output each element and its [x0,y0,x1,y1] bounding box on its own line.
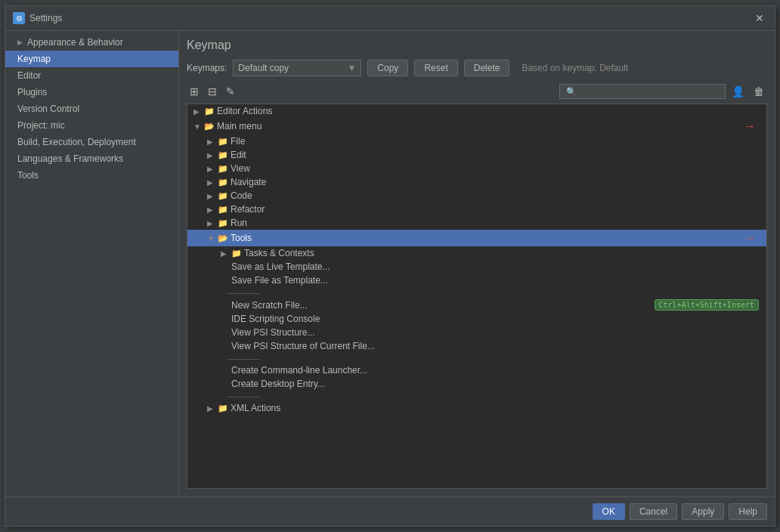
tree-item-run[interactable]: ▶ 📁 Run [187,216,766,230]
chevron-right-icon: ▶ [207,151,218,159]
annotation-arrow: → [744,119,756,133]
chevron-down-icon: ▼ [207,234,218,243]
sidebar-item-version-control[interactable]: Version Control [5,101,178,117]
title-bar-left: ⚙ Settings [13,12,62,24]
settings-icon: ⚙ [13,12,25,24]
bottom-bar: OK Cancel Apply Help [5,496,775,526]
close-button[interactable]: ✕ [752,11,767,26]
dialog-title: Settings [29,13,62,23]
toolbar: ⊞ ⊟ ✎ 🔍 👤 🗑 [187,84,767,99]
separator-2: ------------ [187,353,766,363]
keymap-header: Keymap [187,39,767,52]
chevron-right-icon: ▶ [207,138,218,146]
chevron-right-icon: ▶ [207,165,218,173]
folder-icon: 📂 [204,122,215,131]
chevron-right-icon: ▶ [207,404,218,413]
sidebar-item-project[interactable]: Project: mic [5,117,178,134]
tree-item-cmdline[interactable]: Create Command-line Launcher... [187,363,766,377]
user-icon-button[interactable]: 👤 [729,84,748,99]
search-input[interactable] [580,86,719,97]
collapse-all-button[interactable]: ⊟ [205,84,220,99]
expand-all-button[interactable]: ⊞ [187,84,202,99]
sidebar-item-editor[interactable]: Editor [5,67,178,84]
folder-open-icon: 📂 [218,234,228,243]
chevron-down-icon: ▼ [193,122,204,131]
folder-icon: 📁 [218,205,228,215]
delete-icon-button[interactable]: 🗑 [751,84,767,99]
keymap-row: Keymaps: Default copy ▼ Copy Reset Delet… [187,60,767,76]
search-icon: 🔍 [566,87,577,97]
tree-item-new-scratch[interactable]: New Scratch File... Ctrl+Alt+Shift+Inser… [187,298,766,312]
folder-icon: 📁 [218,218,228,228]
folder-icon: 📁 [204,107,215,116]
tree-item-edit[interactable]: ▶ 📁 Edit [187,148,766,162]
edit-button[interactable]: ✎ [223,84,238,99]
chevron-right-icon: ▶ [207,219,218,227]
sidebar: ▶ Appearance & Behavior Keymap Editor Pl… [5,31,179,496]
tree-item-tools[interactable]: ▼ 📂 Tools → [187,230,766,246]
folder-icon: 📁 [218,404,228,413]
search-box[interactable]: 🔍 [559,84,726,99]
keymap-dropdown-arrow: ▼ [347,63,356,73]
sidebar-item-languages[interactable]: Languages & Frameworks [5,150,178,167]
tree-item-tasks[interactable]: ▶ 📁 Tasks & Contexts [187,246,766,260]
tree-item-xml-actions[interactable]: ▶ 📁 XML Actions [187,401,766,415]
sidebar-item-plugins[interactable]: Plugins [5,84,178,101]
folder-icon: 📁 [218,137,228,147]
tree-item-save-file-template[interactable]: Save File as Template... [187,274,766,287]
tree-item-ide-scripting[interactable]: IDE Scripting Console [187,312,766,326]
shortcut-badge: Ctrl+Alt+Shift+Insert [655,299,759,311]
chevron-right-icon: ▶ [221,249,231,258]
folder-icon: 📁 [231,249,242,258]
apply-button[interactable]: Apply [682,503,724,520]
keymaps-label: Keymaps: [187,63,227,73]
chevron-right-icon: ▶ [207,192,218,200]
tree-item-code[interactable]: ▶ 📁 Code [187,189,766,203]
title-bar: ⚙ Settings ✕ [5,6,775,31]
reset-button[interactable]: Reset [414,60,457,76]
folder-icon: 📁 [218,164,228,174]
sidebar-item-keymap[interactable]: Keymap [5,51,178,67]
sidebar-item-tools[interactable]: Tools [5,167,178,184]
tree-item-refactor[interactable]: ▶ 📁 Refactor [187,203,766,216]
settings-dialog: ⚙ Settings ✕ ▶ Appearance & Behavior Key… [5,5,775,527]
chevron-right-icon: ▶ [193,107,204,116]
annotation-arrow: → [744,231,756,245]
sidebar-item-build[interactable]: Build, Execution, Deployment [5,134,178,150]
separator-3: ------------ [187,391,766,401]
tree-item-main-menu[interactable]: ▼ 📂 Main menu → [187,118,766,135]
tree-item-editor-actions[interactable]: ▶ 📁 Editor Actions [187,104,766,118]
based-on-label: Based on keymap: Default [522,63,628,73]
help-button[interactable]: Help [729,503,767,520]
keymap-select[interactable]: Default copy ▼ [233,60,361,76]
chevron-right-icon: ▶ [207,206,218,214]
keymap-tree: ▶ 📁 Editor Actions ▼ 📂 Main menu → ▶ 📁 [187,104,767,489]
main-panel: Keymap Keymaps: Default copy ▼ Copy Rese… [179,31,775,496]
ok-button[interactable]: OK [593,503,625,520]
copy-button[interactable]: Copy [367,60,408,76]
tree-item-save-live-template[interactable]: Save as Live Template... [187,260,766,274]
tree-item-navigate[interactable]: ▶ 📁 Navigate [187,175,766,189]
tree-item-view-psi[interactable]: View PSI Structure... [187,326,766,339]
cancel-button[interactable]: Cancel [630,503,677,520]
tree-item-view-psi-current[interactable]: View PSI Structure of Current File... [187,339,766,353]
separator-1: ------------ [187,287,766,298]
tree-item-desktop[interactable]: Create Desktop Entry... [187,377,766,391]
chevron-right-icon: ▶ [207,178,218,187]
folder-icon: 📁 [218,191,228,201]
tree-item-file[interactable]: ▶ 📁 File [187,135,766,148]
tree-item-view[interactable]: ▶ 📁 View [187,162,766,175]
sidebar-item-appearance[interactable]: ▶ Appearance & Behavior [5,34,178,51]
delete-button[interactable]: Delete [464,60,510,76]
folder-icon: 📁 [218,178,228,187]
dialog-content: ▶ Appearance & Behavior Keymap Editor Pl… [5,31,775,496]
folder-icon: 📁 [218,150,228,160]
